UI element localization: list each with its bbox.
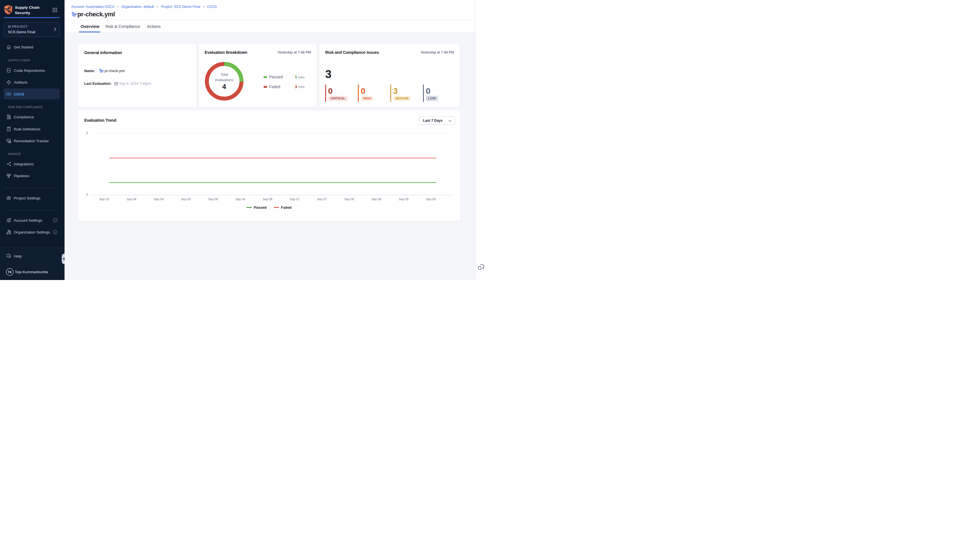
- svg-text:?: ?: [8, 254, 9, 256]
